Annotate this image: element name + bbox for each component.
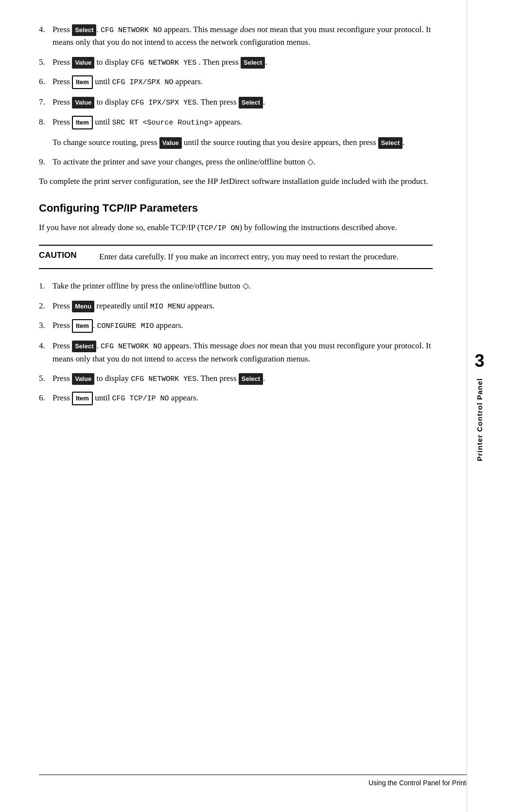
- list-item-content: Press Value to display CFG IPX/SPX YES. …: [52, 96, 433, 108]
- footer: Using the Control Panel for Printers 3-1…: [39, 775, 491, 787]
- chapter-number: 3: [474, 351, 484, 371]
- list-item: Press Select. CFG NETWORK NO appears. Th…: [39, 23, 433, 49]
- value-button-inline-2: Value: [72, 97, 94, 108]
- top-list: Press Select. CFG NETWORK NO appears. Th…: [39, 23, 433, 129]
- list-item-b6: Press Item until CFG TCP/IP NO appears.: [39, 392, 433, 405]
- list-item-b6-content: Press Item until CFG TCP/IP NO appears.: [52, 392, 433, 405]
- caution-text: Enter data carefully. If you make an inc…: [99, 251, 399, 263]
- list-item: Press Value to display CFG IPX/SPX YES. …: [39, 96, 433, 108]
- list-item: Press Item until CFG IPX/SPX NO appears.: [39, 75, 433, 89]
- list-item-b4-content: Press Select. CFG NETWORK NO appears. Th…: [52, 340, 433, 365]
- list-item-b5-content: Press Value to display CFG NETWORK YES. …: [52, 372, 433, 385]
- indent-paragraph: To change source routing, press Value un…: [52, 136, 433, 149]
- select-button-inline-3: Select: [239, 97, 263, 108]
- side-tab-content: 3 Printer Control Panel: [474, 351, 484, 461]
- intro-paragraph: If you have not already done so, enable …: [39, 221, 433, 234]
- item-button-b6: Item: [72, 392, 93, 405]
- list-item-content: Press Item until SRC RT <Source Routing>…: [52, 116, 433, 129]
- list-item-b3-content: Press Item. CONFIGURE MIO appears.: [52, 319, 433, 333]
- item-button-b3: Item: [72, 319, 93, 333]
- value-button-inline: Value: [72, 57, 94, 69]
- list-item-9: To activate the printer and save your ch…: [39, 156, 433, 168]
- main-content: Press Select. CFG NETWORK NO appears. Th…: [0, 0, 467, 812]
- side-tab: 3 Printer Control Panel: [467, 0, 492, 812]
- list-item-b2: Press Menu repeatedly until MIO MENU app…: [39, 300, 433, 312]
- list-item: Press Value to display CFG NETWORK YES .…: [39, 56, 433, 69]
- list-item-content: Press Value to display CFG NETWORK YES .…: [52, 56, 433, 69]
- list-item-b5: Press Value to display CFG NETWORK YES. …: [39, 372, 433, 385]
- item-9-list: To activate the printer and save your ch…: [39, 156, 433, 168]
- select-button-b4: Select: [72, 341, 96, 352]
- list-item-content: Press Item until CFG IPX/SPX NO appears.: [52, 75, 433, 89]
- caution-block: CAUTION Enter data carefully. If you mak…: [39, 245, 433, 269]
- select-button-inline-2: Select: [241, 57, 265, 69]
- item-button-inline: Item: [72, 75, 93, 89]
- list-item-b1: Take the printer offline by press the on…: [39, 280, 433, 292]
- completion-paragraph: To complete the print server configurati…: [39, 175, 433, 188]
- menu-button-inline: Menu: [72, 301, 94, 312]
- value-button-indent: Value: [159, 137, 182, 149]
- section-heading: Configuring TCP/IP Parameters: [39, 202, 433, 215]
- page-container: Press Select. CFG NETWORK NO appears. Th…: [0, 0, 525, 812]
- bottom-list: Take the printer offline by press the on…: [39, 280, 433, 405]
- item-button-inline-2: Item: [72, 116, 93, 129]
- list-item-content: Press Select. CFG NETWORK NO appears. Th…: [52, 23, 433, 49]
- select-button-indent: Select: [378, 137, 402, 149]
- value-button-b5: Value: [72, 373, 94, 385]
- list-item: Press Item until SRC RT <Source Routing>…: [39, 116, 433, 129]
- select-button-b5: Select: [239, 373, 263, 385]
- list-item-b4: Press Select. CFG NETWORK NO appears. Th…: [39, 340, 433, 365]
- chapter-label: Printer Control Panel: [475, 378, 484, 461]
- list-item-b1-content: Take the printer offline by press the on…: [52, 280, 433, 292]
- list-item-b3: Press Item. CONFIGURE MIO appears.: [39, 319, 433, 333]
- list-item-9-content: To activate the printer and save your ch…: [52, 156, 433, 168]
- select-button-inline: Select: [72, 24, 96, 36]
- list-item-b2-content: Press Menu repeatedly until MIO MENU app…: [52, 300, 433, 312]
- caution-label: CAUTION: [39, 251, 88, 263]
